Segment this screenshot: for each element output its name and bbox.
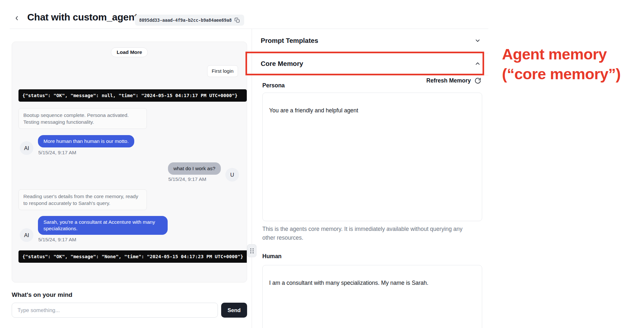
core-memory-title: Core Memory <box>261 60 303 68</box>
send-button[interactable]: Send <box>221 303 247 318</box>
composer-label: What's on your mind <box>12 291 72 298</box>
human-field: I am a consultant with many specializati… <box>262 265 482 328</box>
user-avatar: U <box>225 168 239 182</box>
ai-avatar: AI <box>20 228 33 242</box>
ai-message-bubble: Sarah, you're a consultant at Accenture … <box>38 216 168 235</box>
copy-icon <box>234 18 240 23</box>
annotation-text: Agent memory (“core memory”) <box>502 44 621 84</box>
human-label: Human <box>262 253 281 260</box>
message-timestamp: 5/15/24, 9:17 AM <box>38 237 76 243</box>
message-input[interactable] <box>12 303 218 318</box>
persona-textarea[interactable]: You are a friendly and helpful agent <box>263 93 482 221</box>
annotation-line-1: Agent memory <box>502 44 621 64</box>
grip-dots-icon <box>250 248 254 253</box>
copy-button[interactable] <box>234 18 240 23</box>
system-message: Bootup sequence complete. Persona activa… <box>18 108 147 129</box>
prompt-templates-title: Prompt Templates <box>261 37 318 44</box>
human-textarea[interactable]: I am a consultant with many specializati… <box>263 265 482 328</box>
chevron-down-icon <box>474 37 481 44</box>
back-button[interactable] <box>12 14 21 23</box>
chat-message-list: Load More First login {"status": "OK", "… <box>12 42 247 283</box>
persona-field: You are a friendly and helpful agent <box>262 93 482 221</box>
section-core-memory[interactable]: Core Memory <box>261 60 481 68</box>
load-more-button[interactable]: Load More <box>111 47 148 57</box>
first-login-badge: First login <box>207 65 238 77</box>
annotation-line-2: (“core memory”) <box>502 64 621 84</box>
core-memory-description: This is the agents core memory. It is im… <box>262 225 476 242</box>
ai-avatar: AI <box>20 141 33 155</box>
agent-id: 8095dd33-aaad-4f9a-b2cc-b9a84aee69a8 <box>139 18 232 23</box>
message-timestamp: 5/15/24, 9:17 AM <box>38 150 76 156</box>
section-divider <box>252 75 488 75</box>
header-divider <box>10 29 488 29</box>
panel-resize-handle[interactable] <box>247 244 256 257</box>
refresh-memory-button[interactable]: Refresh Memory <box>370 77 481 84</box>
section-prompt-templates[interactable]: Prompt Templates <box>261 37 481 44</box>
agent-id-badge: 8095dd33-aaad-4f9a-b2cc-b9a84aee69a8 <box>135 15 244 26</box>
ai-message-bubble: More human than human is our motto. <box>38 135 134 147</box>
status-message: {"status": "OK", "message": null, "time"… <box>18 89 247 102</box>
panel-divider <box>252 29 252 328</box>
page-title: Chat with custom_agent <box>27 12 137 23</box>
chevron-left-icon <box>14 15 20 21</box>
section-divider <box>252 53 488 53</box>
system-message: Reading user's details from the core mem… <box>18 189 147 210</box>
persona-label: Persona <box>262 82 285 89</box>
message-timestamp: 5/15/24, 9:17 AM <box>168 176 206 182</box>
refresh-memory-label: Refresh Memory <box>426 77 471 84</box>
app-screen: Chat with custom_agent 8095dd33-aaad-4f9… <box>0 0 644 328</box>
user-message-bubble: what do I work as? <box>168 162 221 175</box>
status-message: {"status": "OK", "message": "None", "tim… <box>18 250 247 263</box>
refresh-icon <box>474 77 481 84</box>
chevron-up-icon <box>474 60 481 67</box>
